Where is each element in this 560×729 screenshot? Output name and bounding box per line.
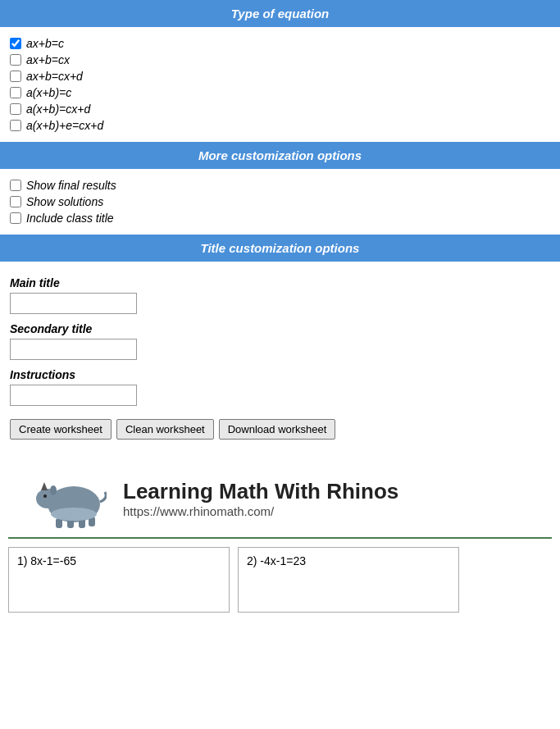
equation-checkbox-2[interactable] [10, 54, 21, 66]
logo-title: Learning Math With Rhinos [123, 479, 398, 504]
svg-marker-2 [41, 482, 48, 490]
equation-type-header: Type of equation [0, 0, 560, 27]
logo-section: Learning Math With Rhinos https://www.rh… [8, 459, 552, 539]
equation-label-3: ax+b=cx+d [26, 70, 83, 83]
main-title-label: Main title [10, 276, 550, 289]
svg-point-9 [51, 508, 97, 521]
svg-point-3 [50, 485, 57, 495]
equation-type-row-5: a(x+b)=cx+d [10, 103, 550, 116]
buttons-row: Create worksheet Clean worksheet Downloa… [10, 406, 550, 453]
include-class-title-row: Include class title [10, 212, 550, 225]
problem-box-1: 1) 8x-1=-65 [8, 547, 230, 613]
title-section: Main title Secondary title Instructions … [0, 262, 560, 459]
equation-label-1: ax+b=c [26, 37, 64, 50]
equation-types-section: ax+b=c ax+b=cx ax+b=cx+d a(x+b)=c a(x+b)… [0, 27, 560, 142]
clean-worksheet-button[interactable]: Clean worksheet [116, 419, 214, 440]
svg-rect-5 [56, 518, 62, 528]
create-worksheet-button[interactable]: Create worksheet [10, 419, 112, 440]
equation-label-5: a(x+b)=cx+d [26, 103, 90, 116]
equation-type-row-4: a(x+b)=c [10, 86, 550, 99]
secondary-title-label: Secondary title [10, 322, 550, 335]
equation-checkbox-6[interactable] [10, 120, 21, 131]
equation-checkbox-5[interactable] [10, 103, 21, 115]
equation-type-row-2: ax+b=cx [10, 53, 550, 66]
logo-url: https://www.rhinomath.com/ [123, 504, 398, 518]
equation-checkbox-1[interactable] [10, 38, 21, 49]
instructions-label: Instructions [10, 368, 550, 381]
download-worksheet-button[interactable]: Download worksheet [219, 419, 336, 440]
customization-section: Show final results Show solutions Includ… [0, 169, 560, 235]
show-final-results-label: Show final results [26, 179, 116, 192]
include-class-title-label: Include class title [26, 212, 114, 225]
equation-label-4: a(x+b)=c [26, 86, 71, 99]
svg-point-4 [43, 494, 47, 498]
customization-header: More customization options [0, 142, 560, 169]
equation-checkbox-3[interactable] [10, 71, 21, 82]
rhino-logo-image [33, 467, 107, 529]
worksheet-area: 1) 8x-1=-65 2) -4x-1=23 [0, 539, 560, 613]
equation-type-row-6: a(x+b)+e=cx+d [10, 119, 550, 132]
equation-label-2: ax+b=cx [26, 53, 70, 66]
equation-type-row-3: ax+b=cx+d [10, 70, 550, 83]
show-final-results-checkbox[interactable] [10, 180, 21, 191]
instructions-input[interactable] [10, 385, 137, 406]
include-class-title-checkbox[interactable] [10, 212, 21, 224]
logo-text-block: Learning Math With Rhinos https://www.rh… [123, 479, 398, 518]
show-solutions-checkbox[interactable] [10, 196, 21, 207]
show-solutions-row: Show solutions [10, 195, 550, 208]
show-solutions-label: Show solutions [26, 195, 103, 208]
equation-checkbox-4[interactable] [10, 87, 21, 98]
problem-box-2: 2) -4x-1=23 [238, 547, 459, 613]
problem-text-1: 1) 8x-1=-65 [17, 554, 76, 567]
main-title-input[interactable] [10, 293, 137, 314]
show-final-results-row: Show final results [10, 179, 550, 192]
secondary-title-input[interactable] [10, 339, 137, 360]
equation-label-6: a(x+b)+e=cx+d [26, 119, 103, 132]
problem-text-2: 2) -4x-1=23 [247, 554, 306, 567]
equation-type-row-1: ax+b=c [10, 37, 550, 50]
title-customization-header: Title customization options [0, 235, 560, 262]
